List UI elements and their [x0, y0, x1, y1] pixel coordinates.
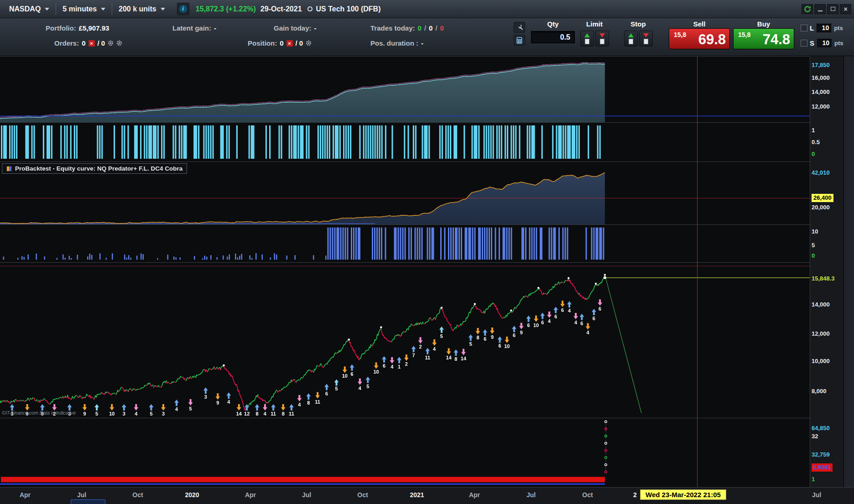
stop-buy-order-button[interactable] [624, 31, 638, 47]
time-label: Jul [526, 491, 536, 499]
order-sheet-icon [629, 39, 633, 44]
sell-header: Sell [669, 20, 730, 28]
limit-header: Limit [578, 20, 610, 28]
time-axis[interactable]: AprJulOct2020AprJulOct2021AprJulOct2Jul … [0, 487, 854, 504]
time-label: Jul [77, 491, 86, 499]
axis-label: 5 [812, 241, 815, 249]
axis-label: 10,000 [812, 357, 830, 365]
timeframe-selector[interactable]: 5 minutes [56, 0, 112, 18]
market-status-icon [307, 6, 312, 11]
green-up-arrow-icon [628, 33, 634, 37]
sell-price: 69.8 [698, 31, 726, 48]
partial-widget[interactable] [71, 499, 105, 504]
stop-header: Stop [622, 20, 654, 28]
red-down-arrow-icon [643, 33, 649, 37]
copyright-notice: ©IT-Finance.com Data is indicative [2, 410, 76, 416]
red-down-arrow-icon [599, 33, 605, 37]
axis-label: 20,000 [812, 203, 830, 212]
limit-distance-checkbox[interactable] [801, 25, 807, 31]
axis-label: 16,000 [812, 74, 830, 82]
limit-sell-order-button[interactable] [595, 31, 609, 47]
axis-label: 32 [812, 432, 818, 441]
restore-button[interactable] [827, 4, 838, 14]
refresh-icon [804, 5, 811, 13]
window-controls: × [802, 4, 851, 14]
sell-button[interactable]: 15,8 69.8 [669, 28, 730, 49]
stop-distance-input[interactable]: 10 [817, 38, 832, 48]
minimize-icon [818, 10, 823, 11]
info-button[interactable]: i [177, 3, 189, 15]
axis-label: 26,400 [812, 194, 833, 202]
settings-wrench-button[interactable] [514, 22, 525, 33]
panel-divider[interactable] [0, 122, 854, 123]
time-label: Apr [20, 491, 31, 499]
instrument-name: NASDAQ [9, 5, 41, 13]
minimize-button[interactable] [814, 4, 826, 14]
axis-label: 0 [812, 150, 815, 158]
axis-label: 15,848.3 [812, 275, 835, 283]
chevron-down-icon [161, 8, 165, 10]
limit-distance-letter: L [810, 24, 814, 32]
time-label: Jul [302, 491, 311, 499]
stop-sell-order-button[interactable] [639, 31, 653, 47]
order-sheet-icon [644, 39, 648, 44]
account-toolbar: Portfolio: £5,907.93 Orders: 0 × / 0 Lat… [0, 18, 854, 56]
qty-input[interactable] [531, 31, 575, 43]
green-up-arrow-icon [584, 33, 590, 37]
limit-distance-unit: pts [834, 25, 843, 31]
trading-platform: { "titlebar": { "instrument": "NASDAQ", … [0, 0, 854, 504]
order-sheet-icon [585, 39, 589, 44]
chart-area: ProBacktest - Equity curve: NQ Predator+… [0, 56, 854, 487]
stop-distance-checkbox[interactable] [801, 40, 807, 47]
time-label: Apr [245, 491, 256, 499]
restore-icon [831, 7, 835, 11]
crosshair-horizontal-line [0, 266, 810, 266]
info-icon: i [179, 5, 187, 13]
axis-label: 8,000 [812, 387, 827, 395]
buy-button[interactable]: 15,8 74.8 [733, 28, 794, 49]
refresh-button[interactable] [802, 4, 813, 14]
position-bars-chart[interactable] [0, 225, 810, 262]
right-scrollbar[interactable] [844, 56, 854, 487]
indicator-strip-chart[interactable] [0, 418, 810, 487]
axis-label: 0.5 [812, 138, 820, 146]
units-selector[interactable]: 200 k units [112, 0, 172, 18]
signal-bars-chart[interactable] [0, 123, 810, 161]
wrench-icon [516, 24, 523, 31]
buy-header: Buy [733, 20, 794, 28]
backtest-series-icon [6, 166, 12, 171]
panel-divider[interactable] [0, 224, 854, 225]
axis-label: 14,000 [812, 301, 830, 309]
sell-price-prefix: 15,8 [674, 31, 686, 38]
limit-distance-input[interactable]: 10 [816, 23, 832, 33]
last-price: 15,872.3 (+1.22%) [196, 5, 256, 13]
backtest-legend: ProBacktest - Equity curve: NQ Predator+… [2, 163, 187, 174]
axis-label: 10 [812, 228, 818, 236]
instrument-selector[interactable]: NASDAQ [3, 0, 56, 18]
price-axis[interactable]: 17,85016,00014,00012,00010.5042,01026,40… [810, 56, 844, 487]
panel-divider[interactable] [0, 418, 854, 418]
session-date: 29-Oct-2021 [260, 5, 302, 13]
limit-distance-row: L 10 pts [801, 23, 843, 33]
chevron-down-icon [45, 8, 49, 10]
stop-distance-unit: pts [834, 40, 844, 47]
panel-divider[interactable] [0, 56, 854, 57]
panel-divider[interactable] [0, 262, 854, 263]
axis-label: 64,850 [812, 424, 830, 432]
equity-curve-chart[interactable] [0, 57, 810, 122]
axis-label: 12,000 [812, 103, 830, 111]
close-button[interactable]: × [840, 4, 851, 14]
limit-buy-order-button[interactable] [580, 31, 594, 47]
price-chart[interactable] [0, 263, 810, 418]
axis-label: 12,000 [812, 330, 830, 338]
axis-label: 17,850 [812, 61, 830, 69]
timeframe-label: 5 minutes [62, 5, 97, 13]
units-label: 200 k units [119, 5, 156, 13]
panel-divider[interactable] [0, 161, 854, 162]
axis-label: 0.9081 [812, 463, 833, 472]
buy-price-prefix: 15,8 [738, 31, 750, 38]
axis-label: 0 [812, 252, 815, 260]
close-icon: × [844, 5, 847, 13]
calculator-button[interactable] [514, 35, 525, 46]
time-label: 2 [633, 491, 637, 499]
